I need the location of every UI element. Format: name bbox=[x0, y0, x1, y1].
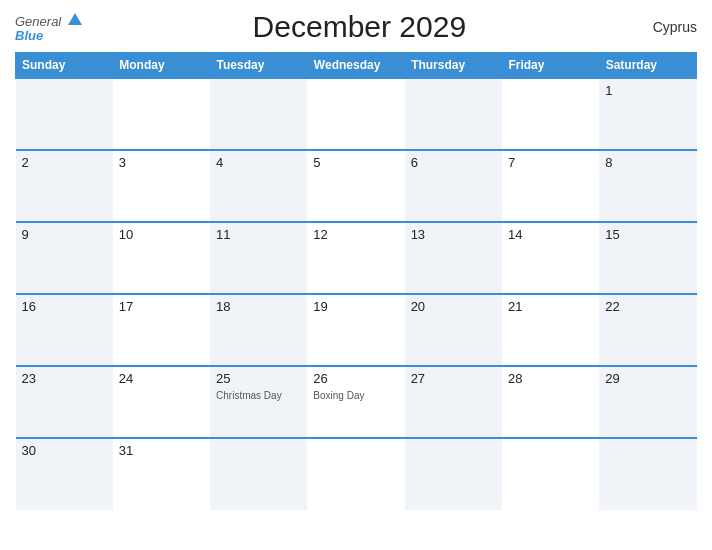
week-row-3: 9101112131415 bbox=[16, 222, 697, 294]
day-cell-0-1 bbox=[113, 78, 210, 150]
day-cell-3-3: 19 bbox=[307, 294, 404, 366]
day-cell-5-2 bbox=[210, 438, 307, 510]
day-number: 17 bbox=[119, 299, 204, 314]
week-row-1: 1 bbox=[16, 78, 697, 150]
day-cell-1-4: 6 bbox=[405, 150, 502, 222]
logo-general-text: General bbox=[15, 14, 61, 29]
holiday-label: Boxing Day bbox=[313, 390, 364, 401]
day-cell-4-3: 26Boxing Day bbox=[307, 366, 404, 438]
day-number: 22 bbox=[605, 299, 690, 314]
week-row-4: 16171819202122 bbox=[16, 294, 697, 366]
day-number: 6 bbox=[411, 155, 496, 170]
calendar-title: December 2029 bbox=[82, 10, 637, 44]
week-row-5: 232425Christmas Day26Boxing Day272829 bbox=[16, 366, 697, 438]
day-cell-5-1: 31 bbox=[113, 438, 210, 510]
calendar-header: General Blue December 2029 Cyprus bbox=[15, 10, 697, 44]
day-cell-1-6: 8 bbox=[599, 150, 696, 222]
week-row-6: 3031 bbox=[16, 438, 697, 510]
day-cell-4-0: 23 bbox=[16, 366, 113, 438]
country-label: Cyprus bbox=[637, 19, 697, 35]
day-cell-2-6: 15 bbox=[599, 222, 696, 294]
day-cell-1-5: 7 bbox=[502, 150, 599, 222]
day-number: 14 bbox=[508, 227, 593, 242]
header-monday: Monday bbox=[113, 53, 210, 79]
day-cell-0-5 bbox=[502, 78, 599, 150]
day-cell-3-5: 21 bbox=[502, 294, 599, 366]
day-number: 23 bbox=[22, 371, 107, 386]
day-number: 24 bbox=[119, 371, 204, 386]
day-cell-1-1: 3 bbox=[113, 150, 210, 222]
day-number: 7 bbox=[508, 155, 593, 170]
calendar-table: Sunday Monday Tuesday Wednesday Thursday… bbox=[15, 52, 697, 510]
day-cell-5-4 bbox=[405, 438, 502, 510]
header-saturday: Saturday bbox=[599, 53, 696, 79]
day-cell-2-1: 10 bbox=[113, 222, 210, 294]
day-cell-4-2: 25Christmas Day bbox=[210, 366, 307, 438]
day-number: 31 bbox=[119, 443, 204, 458]
day-cell-3-6: 22 bbox=[599, 294, 696, 366]
logo: General Blue bbox=[15, 13, 82, 42]
header-tuesday: Tuesday bbox=[210, 53, 307, 79]
day-number: 3 bbox=[119, 155, 204, 170]
day-cell-4-6: 29 bbox=[599, 366, 696, 438]
header-wednesday: Wednesday bbox=[307, 53, 404, 79]
day-number: 10 bbox=[119, 227, 204, 242]
calendar-container: General Blue December 2029 Cyprus Sunday… bbox=[0, 0, 712, 550]
day-cell-5-6 bbox=[599, 438, 696, 510]
day-cell-2-0: 9 bbox=[16, 222, 113, 294]
day-number: 21 bbox=[508, 299, 593, 314]
day-headers-row: Sunday Monday Tuesday Wednesday Thursday… bbox=[16, 53, 697, 79]
day-cell-4-1: 24 bbox=[113, 366, 210, 438]
day-cell-0-2 bbox=[210, 78, 307, 150]
day-number: 12 bbox=[313, 227, 398, 242]
day-cell-1-0: 2 bbox=[16, 150, 113, 222]
day-number: 26 bbox=[313, 371, 398, 386]
day-number: 5 bbox=[313, 155, 398, 170]
day-cell-5-3 bbox=[307, 438, 404, 510]
day-number: 15 bbox=[605, 227, 690, 242]
day-cell-0-3 bbox=[307, 78, 404, 150]
day-number: 13 bbox=[411, 227, 496, 242]
day-number: 25 bbox=[216, 371, 301, 386]
day-number: 9 bbox=[22, 227, 107, 242]
day-cell-3-2: 18 bbox=[210, 294, 307, 366]
day-cell-1-2: 4 bbox=[210, 150, 307, 222]
day-number: 8 bbox=[605, 155, 690, 170]
day-number: 1 bbox=[605, 83, 690, 98]
week-row-2: 2345678 bbox=[16, 150, 697, 222]
day-cell-1-3: 5 bbox=[307, 150, 404, 222]
header-thursday: Thursday bbox=[405, 53, 502, 79]
day-number: 20 bbox=[411, 299, 496, 314]
header-friday: Friday bbox=[502, 53, 599, 79]
day-cell-2-5: 14 bbox=[502, 222, 599, 294]
day-cell-4-4: 27 bbox=[405, 366, 502, 438]
day-number: 11 bbox=[216, 227, 301, 242]
day-number: 19 bbox=[313, 299, 398, 314]
day-cell-3-0: 16 bbox=[16, 294, 113, 366]
day-number: 27 bbox=[411, 371, 496, 386]
logo-blue-text: Blue bbox=[15, 29, 43, 42]
day-cell-3-4: 20 bbox=[405, 294, 502, 366]
day-number: 16 bbox=[22, 299, 107, 314]
day-cell-5-0: 30 bbox=[16, 438, 113, 510]
day-number: 29 bbox=[605, 371, 690, 386]
day-number: 30 bbox=[22, 443, 107, 458]
day-cell-3-1: 17 bbox=[113, 294, 210, 366]
day-cell-2-4: 13 bbox=[405, 222, 502, 294]
holiday-label: Christmas Day bbox=[216, 390, 282, 401]
day-cell-0-0 bbox=[16, 78, 113, 150]
day-number: 18 bbox=[216, 299, 301, 314]
day-cell-0-4 bbox=[405, 78, 502, 150]
day-cell-2-3: 12 bbox=[307, 222, 404, 294]
logo-triangle-icon bbox=[68, 13, 82, 25]
day-number: 28 bbox=[508, 371, 593, 386]
header-sunday: Sunday bbox=[16, 53, 113, 79]
logo-top: General bbox=[15, 13, 82, 29]
day-cell-0-6: 1 bbox=[599, 78, 696, 150]
day-number: 4 bbox=[216, 155, 301, 170]
day-cell-5-5 bbox=[502, 438, 599, 510]
day-number: 2 bbox=[22, 155, 107, 170]
day-cell-4-5: 28 bbox=[502, 366, 599, 438]
day-cell-2-2: 11 bbox=[210, 222, 307, 294]
